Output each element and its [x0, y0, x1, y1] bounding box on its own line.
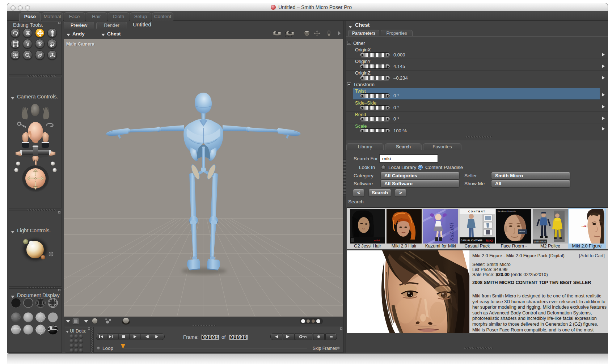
svg-text:CASUAL CLOTHES: CASUAL CLOTHES	[461, 239, 482, 242]
svg-text:KaZuMi: KaZuMi	[449, 223, 455, 241]
svg-text:CONTENT: CONTENT	[468, 210, 486, 213]
svg-text:miki: miki	[582, 225, 587, 228]
svg-text:miki: miki	[374, 239, 380, 242]
svg-text:smith micro: smith micro	[534, 240, 546, 243]
svg-text:Face Room Essentials: Face Room Essentials	[498, 210, 516, 212]
svg-text:James: James	[519, 230, 525, 233]
svg-text:MIKI: MIKI	[486, 239, 493, 242]
